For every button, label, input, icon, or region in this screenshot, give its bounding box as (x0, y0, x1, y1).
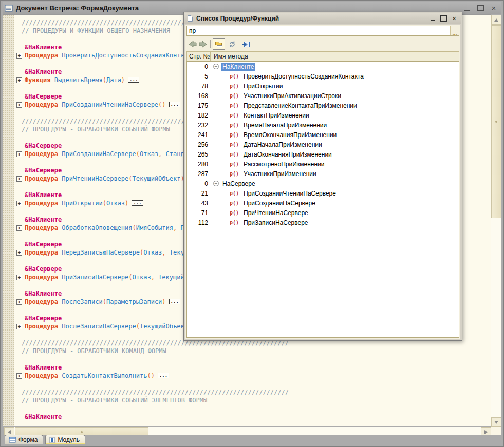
method-name[interactable]: ВремяОкончанияПриИзменении (242, 131, 338, 139)
compiler-directive: &НаКлиенте (25, 68, 62, 75)
method-name[interactable]: ДатаОкончанияПриИзменении (242, 150, 333, 159)
code-token: ( (103, 76, 106, 84)
fold-expand-icon[interactable]: + (16, 53, 22, 59)
dialog-minimize-button[interactable] (429, 15, 436, 22)
fold-expand-icon[interactable]: + (16, 373, 22, 379)
method-row[interactable]: 175p()ПредставлениеКонтактаПриИзменении (187, 101, 459, 110)
method-name[interactable]: КонтактПриИзменении (242, 111, 311, 120)
fold-expand-icon[interactable]: + (16, 151, 22, 157)
method-row[interactable]: 112p()ПриЗаписиНаСервере (187, 218, 459, 227)
method-row[interactable]: 287p()УчастникиПриИзменении (187, 169, 459, 179)
tab-forma[interactable]: Форма (5, 435, 43, 444)
code-token: СоздатьКонтактВыполнить (62, 372, 147, 379)
line-number-cell: 21 (187, 190, 208, 197)
fold-expand-icon[interactable]: + (16, 77, 22, 83)
method-name[interactable]: ПриСозданииНаСервере (242, 199, 317, 207)
method-row[interactable]: 256p()ДатаНачалаПриИзменении (187, 140, 459, 149)
compiler-directive: &НаКлиенте (25, 364, 62, 371)
method-name[interactable]: ПредставлениеКонтактаПриИзменении (242, 102, 359, 110)
method-row[interactable]: 71p()ПриЧтенииНаСервере (187, 208, 459, 218)
method-name[interactable]: ПроверитьДоступностьСозданияКонтакта (242, 72, 365, 81)
method-row[interactable]: 265p()ДатаОкончанияПриИзменении (187, 149, 459, 159)
method-row[interactable]: 43p()ПриСозданииНаСервере (187, 198, 459, 208)
procedure-icon: p() (230, 132, 239, 138)
code-token: Отказ (140, 150, 158, 158)
method-name[interactable]: ДатаНачалаПриИзменении (242, 141, 324, 149)
dialog-toolbar (188, 38, 459, 50)
compiler-directive: &НаСервере (25, 93, 62, 100)
code-token: Дата (106, 76, 121, 84)
method-row[interactable]: 21p()ПриСозданииЧтенииНаСервере (187, 188, 459, 198)
procedure-icon: p() (230, 123, 239, 128)
vertical-scrollbar[interactable] (491, 15, 501, 427)
collapsed-code-button[interactable]: ... (169, 102, 180, 107)
fold-expand-icon[interactable]: + (16, 250, 22, 256)
toolbar-separator (210, 40, 211, 48)
method-row[interactable]: 241p()ВремяОкончанияПриИзменении (187, 130, 459, 140)
dialog-body: пр ... (185, 25, 460, 339)
dialog-close-icon[interactable]: × (451, 15, 458, 22)
method-name[interactable]: УчастникиПриИзменении (242, 170, 318, 178)
line-number-cell: 287 (187, 170, 208, 178)
list-column-headers: Стр. № Имя метода (186, 51, 459, 62)
method-name[interactable]: УчастникиПриАктивизацииСтроки (242, 92, 343, 100)
grouping-toggle-button[interactable] (213, 38, 225, 50)
code-line: +Процедура СоздатьКонтактВыполнить()... (14, 372, 491, 380)
tab-modul[interactable]: Модуль (45, 435, 85, 444)
fold-expand-icon[interactable]: + (16, 299, 22, 305)
method-name[interactable]: НаКлиенте (221, 63, 255, 71)
dialog-maximize-button[interactable] (440, 15, 447, 22)
method-name[interactable]: ПриЧтенииНаСервере (242, 209, 310, 217)
method-row[interactable]: 0−НаКлиенте (187, 62, 459, 71)
refresh-icon[interactable] (226, 38, 238, 50)
forward-arrow-icon[interactable] (198, 40, 208, 48)
close-icon[interactable]: × (489, 4, 498, 12)
collapsed-code-button[interactable]: ... (128, 77, 139, 83)
code-token: ПослеЗаписиНаСервере (62, 323, 136, 330)
collapse-minus-icon[interactable]: − (213, 64, 219, 69)
fold-expand-icon[interactable]: + (16, 201, 22, 206)
method-name[interactable]: ПриОткрытии (242, 82, 284, 90)
search-input[interactable]: пр ... (186, 26, 459, 36)
goto-method-icon[interactable] (239, 38, 252, 50)
method-row[interactable]: 5p()ПроверитьДоступностьСозданияКонтакта (187, 71, 459, 81)
fold-expand-icon[interactable]: + (16, 176, 22, 182)
method-name[interactable]: ВремяНачалаПриИзменении (242, 121, 328, 129)
minimize-button[interactable] (462, 4, 472, 12)
method-row[interactable]: 168p()УчастникиПриАктивизацииСтроки (187, 91, 459, 101)
code-token: Процедура (25, 200, 62, 207)
method-name[interactable]: РассмотреноПриИзменении (242, 160, 326, 168)
method-row[interactable]: 182p()КонтактПриИзменении (187, 110, 459, 120)
search-more-button[interactable]: ... (450, 26, 459, 35)
code-token: ПриСозданииЧтенииНаСервере (62, 101, 158, 108)
method-row[interactable]: 280p()РассмотреноПриИзменении (187, 159, 459, 169)
collapsed-code-button[interactable]: ... (169, 299, 180, 304)
method-name[interactable]: ПриСозданииЧтенииНаСервере (242, 189, 338, 198)
code-token: ) (125, 200, 128, 207)
collapsed-code-button[interactable]: ... (132, 200, 143, 206)
line-number-cell: 265 (187, 151, 208, 158)
collapsed-code-button[interactable]: ... (158, 373, 169, 378)
code-line: ////////////////////////////////////////… (14, 388, 491, 396)
maximize-button[interactable] (476, 4, 485, 12)
code-line: &НаКлиенте (14, 413, 491, 421)
method-row[interactable]: 232p()ВремяНачалаПриИзменении (187, 120, 459, 130)
fold-expand-icon[interactable]: + (16, 102, 22, 108)
fold-expand-icon[interactable]: + (16, 225, 22, 231)
back-arrow-icon[interactable] (188, 40, 198, 48)
method-name[interactable]: ПриЗаписиНаСервере (242, 219, 309, 227)
method-row[interactable]: 0−НаСервере (187, 179, 459, 188)
scroll-down-button[interactable] (491, 417, 501, 427)
method-row[interactable]: 78p()ПриОткрытии (187, 81, 459, 91)
vertical-scrollbar-thumb[interactable] (491, 25, 501, 218)
code-token: ( (103, 298, 106, 305)
collapse-minus-icon[interactable]: − (213, 181, 219, 186)
fold-expand-icon[interactable]: + (16, 275, 22, 280)
document-form-icon (5, 5, 13, 12)
scroll-up-button[interactable] (491, 15, 501, 25)
method-name[interactable]: НаСервере (221, 180, 257, 188)
dialog-titlebar: Список Процедур/Функций × (184, 13, 461, 24)
fold-expand-icon[interactable]: + (16, 324, 22, 329)
window-title: Документ Встреча: ФормаДокумента (16, 4, 139, 12)
code-token: ПриОткрытии (62, 200, 102, 207)
